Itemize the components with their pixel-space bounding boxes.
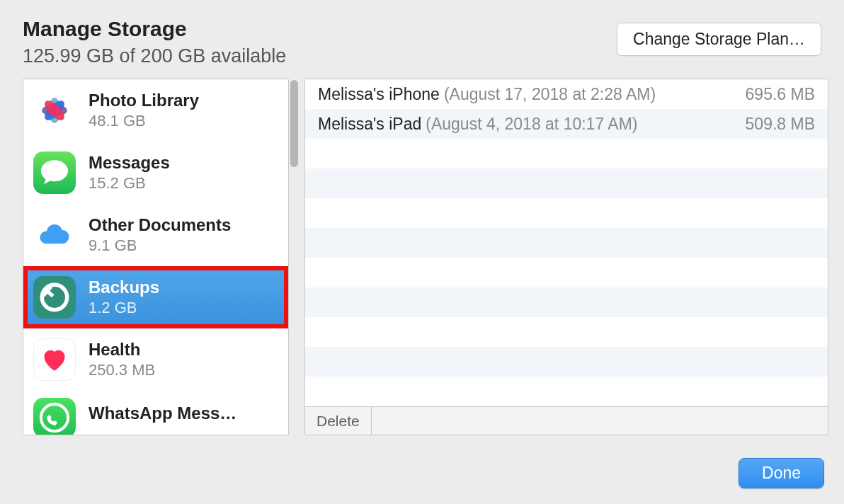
- sidebar-item-label: WhatsApp Mess…: [89, 403, 278, 423]
- whatsapp-icon: [33, 398, 76, 435]
- icloud-icon: [33, 214, 76, 256]
- empty-row: [305, 287, 828, 317]
- backup-row[interactable]: Melissa's iPad (August 4, 2018 at 10:17 …: [305, 109, 828, 139]
- empty-row: [305, 228, 828, 258]
- photos-icon: [33, 89, 76, 132]
- backup-icon: [33, 276, 76, 319]
- backup-row-date: (August 4, 2018 at 10:17 AM): [426, 115, 745, 134]
- sidebar-item-size: 1.2 GB: [89, 299, 278, 317]
- sidebar-item-other-documents[interactable]: Other Documents 9.1 GB: [23, 204, 288, 266]
- empty-row: [305, 168, 828, 198]
- sidebar-item-label: Photo Library: [89, 91, 278, 110]
- sidebar-item-messages[interactable]: Messages 15.2 GB: [23, 142, 288, 204]
- backup-row-size: 509.8 MB: [746, 115, 815, 134]
- backup-row-size: 695.6 MB: [746, 85, 815, 104]
- backup-row-name: Melissa's iPhone: [318, 85, 440, 104]
- sidebar-item-whatsapp[interactable]: WhatsApp Mess…: [23, 391, 288, 435]
- done-button[interactable]: Done: [738, 458, 824, 488]
- storage-category-list: Photo Library 48.1 GB Messages 15.2 GB: [23, 79, 289, 435]
- storage-subtitle: 125.99 GB of 200 GB available: [23, 45, 286, 67]
- empty-row: [305, 139, 828, 168]
- empty-row: [305, 347, 828, 377]
- sidebar-item-label: Messages: [89, 153, 278, 173]
- sidebar-item-size: 48.1 GB: [89, 112, 278, 130]
- backup-row[interactable]: Melissa's iPhone (August 17, 2018 at 2:2…: [305, 79, 828, 109]
- empty-row: [305, 317, 828, 347]
- empty-row: [305, 198, 828, 228]
- sidebar-item-health[interactable]: Health 250.3 MB: [23, 328, 288, 391]
- messages-icon: [33, 151, 76, 194]
- sidebar-item-label: Health: [89, 340, 278, 360]
- backup-detail-panel: Melissa's iPhone (August 17, 2018 at 2:2…: [304, 79, 828, 435]
- backup-list: Melissa's iPhone (August 17, 2018 at 2:2…: [305, 79, 828, 406]
- change-storage-plan-button[interactable]: Change Storage Plan…: [617, 23, 821, 56]
- sidebar-item-size: 9.1 GB: [89, 236, 278, 255]
- sidebar-item-size: 250.3 MB: [89, 361, 278, 379]
- page-title: Manage Storage: [23, 17, 286, 41]
- sidebar-item-label: Other Documents: [89, 215, 278, 235]
- backup-row-date: (August 17, 2018 at 2:28 AM): [444, 85, 746, 104]
- delete-button[interactable]: Delete: [305, 407, 372, 435]
- sidebar-item-photo-library[interactable]: Photo Library 48.1 GB: [23, 79, 288, 142]
- sidebar-item-label: Backups: [89, 277, 278, 297]
- backup-row-name: Melissa's iPad: [318, 115, 421, 134]
- empty-row: [305, 377, 828, 406]
- empty-row: [305, 258, 828, 287]
- sidebar-item-backups[interactable]: Backups 1.2 GB: [23, 266, 288, 328]
- sidebar-item-size: 15.2 GB: [89, 174, 278, 193]
- sidebar-scrollbar[interactable]: [290, 80, 298, 167]
- svg-point-9: [41, 404, 68, 431]
- health-icon: [33, 338, 76, 381]
